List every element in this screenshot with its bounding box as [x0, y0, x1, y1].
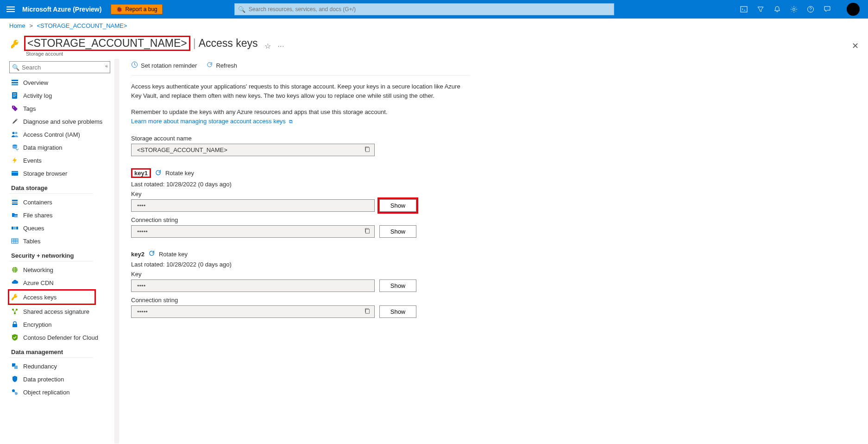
sidebar-item-networking[interactable]: Networking	[9, 263, 110, 276]
sidebar-item-storagebrowser[interactable]: Storage browser	[9, 167, 110, 180]
sidebar-section-title: Security + networking	[9, 247, 93, 261]
notifications-icon[interactable]	[773, 5, 781, 13]
set-rotation-reminder-button[interactable]: Set rotation reminder	[131, 61, 197, 70]
sidebar-item-accesskeys[interactable]: Access keys	[8, 289, 96, 305]
svg-rect-4	[12, 82, 18, 83]
help-icon[interactable]	[806, 5, 815, 13]
rotate-icon[interactable]	[155, 169, 162, 178]
topbar: Microsoft Azure (Preview) 🐞 Report a bug…	[0, 0, 868, 19]
sidebar-item-encryption[interactable]: Encryption	[9, 318, 110, 331]
breadcrumb-current[interactable]: <STORAGE_ACCOUNT_NAME>	[37, 22, 127, 29]
sidebar-item-label: Containers	[23, 199, 52, 206]
sidebar-collapse-icon[interactable]: «	[105, 63, 108, 69]
description-paragraph-2: Remember to update the keys with any Azu…	[131, 108, 854, 126]
tables-icon	[11, 237, 19, 245]
sidebar: 🔍 « OverviewActivity logTagsDiagnose and…	[0, 59, 114, 444]
account-name-label: Storage account name	[131, 135, 854, 142]
svg-point-12	[15, 132, 18, 134]
svg-rect-22	[16, 227, 18, 229]
objectrepl-icon	[11, 388, 19, 396]
svg-point-1	[793, 8, 795, 11]
key-value-row: ••••Show	[131, 279, 854, 292]
copy-icon[interactable]	[364, 146, 371, 154]
connection-string-text: •••••	[137, 308, 148, 315]
sidebar-item-tables[interactable]: Tables	[9, 235, 110, 247]
sidebar-item-overview[interactable]: Overview	[9, 76, 110, 89]
defender-icon	[11, 334, 19, 341]
copy-icon[interactable]	[364, 308, 371, 316]
show-connection-string-button[interactable]: Show	[379, 305, 416, 318]
sidebar-item-activity[interactable]: Activity log	[9, 89, 110, 102]
page-title-divider: |	[193, 37, 196, 50]
svg-rect-39	[366, 229, 370, 234]
sidebar-item-tags[interactable]: Tags	[9, 102, 110, 115]
show-connection-string-button[interactable]: Show	[379, 225, 416, 238]
svg-rect-15	[12, 172, 18, 172]
fileshares-icon	[11, 211, 19, 219]
sidebar-search-input[interactable]	[9, 61, 110, 73]
sidebar-item-label: Access keys	[23, 294, 57, 301]
sidebar-item-cdn[interactable]: Azure CDN	[9, 276, 110, 289]
sidebar-item-diagnose[interactable]: Diagnose and solve problems	[9, 115, 110, 128]
refresh-button[interactable]: Refresh	[206, 61, 237, 70]
key-block-key1: key1Rotate keyLast rotated: 10/28/2022 (…	[131, 168, 854, 238]
sidebar-item-fileshares[interactable]: File shares	[9, 209, 110, 222]
sidebar-item-datamigration[interactable]: Data migration	[9, 141, 110, 154]
brand-label: Microsoft Azure (Preview)	[22, 6, 101, 13]
dataprotection-icon	[11, 375, 19, 383]
sidebar-item-objectrepl[interactable]: Object replication	[9, 386, 110, 399]
close-blade-icon[interactable]: ✕	[850, 39, 861, 53]
cloud-shell-icon[interactable]	[740, 5, 748, 13]
show-key-button[interactable]: Show	[379, 199, 416, 212]
breadcrumb-home[interactable]: Home	[9, 22, 25, 29]
page-title-section: Access keys	[199, 37, 258, 50]
sidebar-search-icon: 🔍	[12, 64, 19, 71]
svg-rect-21	[14, 227, 16, 229]
svg-rect-14	[12, 171, 18, 176]
key-name-label: key2	[131, 251, 145, 258]
account-name-text: <STORAGE_ACCOUNT_NAME>	[137, 146, 227, 153]
favorite-star-icon[interactable]: ☆	[264, 42, 271, 51]
sidebar-item-queues[interactable]: Queues	[9, 222, 110, 235]
sidebar-item-iam[interactable]: Access Control (IAM)	[9, 128, 110, 141]
global-search-input[interactable]	[234, 3, 614, 15]
sidebar-item-dataprotection[interactable]: Data protection	[9, 373, 110, 386]
sidebar-item-label: Access Control (IAM)	[23, 131, 80, 138]
feedback-icon[interactable]	[823, 5, 831, 13]
sidebar-item-sas[interactable]: Shared access signature	[9, 305, 110, 318]
sidebar-scrollbar[interactable]	[114, 59, 119, 444]
learn-more-link[interactable]: Learn more about managing storage accoun…	[131, 118, 293, 125]
report-bug-button[interactable]: 🐞 Report a bug	[111, 4, 162, 14]
sidebar-item-events[interactable]: Events	[9, 154, 110, 167]
connection-string-row: •••••Show	[131, 225, 854, 238]
key-block-key2: key2Rotate keyLast rotated: 10/28/2022 (…	[131, 250, 854, 318]
connection-string-text: •••••	[137, 228, 148, 235]
key-value-box: ••••	[131, 279, 375, 292]
sidebar-item-label: Storage browser	[23, 170, 67, 177]
key-name-label: key1	[131, 168, 151, 178]
sidebar-item-defender[interactable]: Contoso Defender for Cloud	[9, 331, 110, 344]
sidebar-item-label: Diagnose and solve problems	[23, 118, 102, 125]
user-avatar[interactable]	[847, 3, 860, 16]
filter-icon[interactable]	[756, 5, 765, 13]
show-key-button[interactable]: Show	[379, 279, 416, 292]
sidebar-item-containers[interactable]: Containers	[9, 196, 110, 209]
rotate-key-link[interactable]: Rotate key	[165, 170, 194, 177]
sidebar-item-label: Data protection	[23, 376, 64, 383]
more-options-icon[interactable]: ···	[277, 42, 284, 50]
menu-icon[interactable]	[4, 4, 18, 15]
settings-icon[interactable]	[790, 5, 798, 13]
sidebar-item-label: Overview	[23, 79, 48, 86]
set-rotation-label: Set rotation reminder	[141, 62, 197, 69]
description-paragraph-1: Access keys authenticate your applicatio…	[131, 82, 469, 100]
svg-rect-5	[12, 84, 18, 85]
sidebar-item-label: Events	[23, 157, 42, 164]
copy-icon[interactable]	[364, 228, 371, 235]
sidebar-item-redundancy[interactable]: Redundancy	[9, 360, 110, 373]
external-link-icon: ⧉	[289, 119, 293, 124]
svg-rect-3	[12, 80, 18, 81]
rotate-key-link[interactable]: Rotate key	[159, 251, 188, 258]
account-name-value: <STORAGE_ACCOUNT_NAME>	[131, 144, 375, 156]
rotate-icon[interactable]	[148, 250, 155, 258]
key-label: Key	[131, 190, 854, 197]
